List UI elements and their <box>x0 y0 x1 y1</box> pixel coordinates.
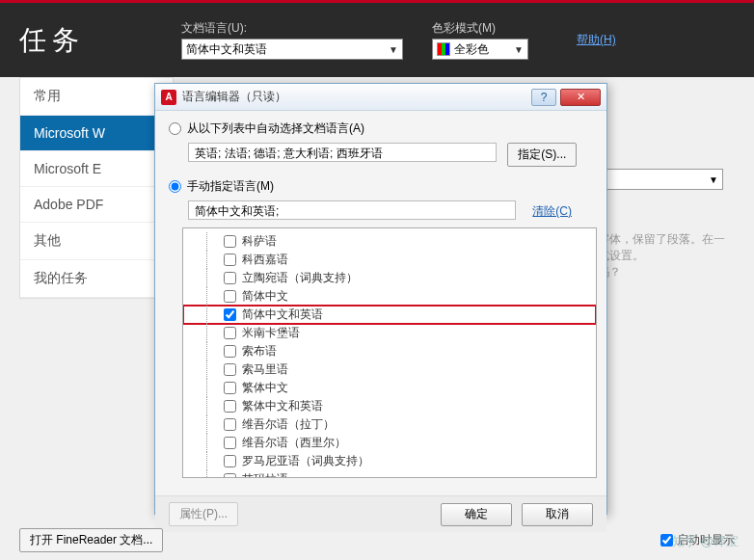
language-item[interactable]: 维吾尔语（西里尔） <box>183 434 596 452</box>
language-checkbox[interactable] <box>224 382 236 394</box>
language-label: 科西嘉语 <box>242 252 288 268</box>
language-item[interactable]: 简体中文和英语 <box>183 306 596 324</box>
radio-manual-row: 手动指定语言(M) <box>169 178 593 195</box>
help-link[interactable]: 帮助(H) <box>577 32 616 48</box>
sidebar-item-common[interactable]: 常用 <box>20 78 173 116</box>
ok-button[interactable]: 确定 <box>441 503 512 526</box>
radio-manual-label: 手动指定语言(M) <box>187 178 274 195</box>
language-item[interactable]: 罗马尼亚语（词典支持） <box>183 452 596 470</box>
radio-manual[interactable] <box>169 180 181 193</box>
language-label: 罗马尼亚语（词典支持） <box>242 453 369 469</box>
language-item[interactable]: 索马里语 <box>183 360 596 379</box>
sidebar: 常用 Microsoft W Microsoft E Adobe PDF 其他 … <box>19 77 174 299</box>
color-swatch-icon <box>437 42 450 56</box>
language-label: 繁体中文和英语 <box>242 398 323 414</box>
specify-button[interactable]: 指定(S)... <box>507 143 577 167</box>
language-item[interactable]: 维吾尔语（拉丁） <box>183 415 596 434</box>
background-hint-text: 字体，保留了段落。在一 式设置。 吗？ <box>598 231 744 280</box>
language-tree[interactable]: 科萨语科西嘉语立陶宛语（词典支持）简体中文简体中文和英语米南卡堡语索布语索马里语… <box>182 227 597 478</box>
app-title: 任务 <box>19 22 85 59</box>
sidebar-item-mytasks[interactable]: 我的任务 <box>20 260 173 298</box>
language-editor-dialog: A 语言编辑器（只读） ? ✕ 从以下列表中自动选择文档语言(A) 英语; 法语… <box>154 83 607 515</box>
language-label: 米南卡堡语 <box>242 325 300 341</box>
language-item[interactable]: 立陶宛语（词典支持） <box>183 269 596 287</box>
doc-lang-combo[interactable]: 简体中文和英语 ▼ <box>181 39 403 60</box>
clear-link[interactable]: 清除(C) <box>532 204 572 218</box>
language-checkbox[interactable] <box>224 253 236 266</box>
language-checkbox[interactable] <box>224 473 236 478</box>
auto-langs-field: 英语; 法语; 德语; 意大利语; 西班牙语 <box>188 143 497 162</box>
language-checkbox[interactable] <box>224 455 236 467</box>
sidebar-item-msexcel[interactable]: Microsoft E <box>20 151 173 187</box>
dialog-close-button[interactable]: ✕ <box>560 89 601 106</box>
doc-lang-label: 文档语言(U): <box>181 20 403 37</box>
language-checkbox[interactable] <box>224 437 236 449</box>
startup-checkbox[interactable] <box>660 534 673 547</box>
background-combo[interactable]: ▼ <box>598 169 723 190</box>
chevron-down-icon: ▼ <box>389 44 398 55</box>
language-item[interactable]: 艾玛拉语 <box>183 470 596 478</box>
language-label: 科萨语 <box>242 233 277 250</box>
language-label: 繁体中文 <box>242 380 288 396</box>
app-icon: A <box>161 90 176 105</box>
language-label: 简体中文 <box>242 288 288 305</box>
sidebar-item-msword[interactable]: Microsoft W <box>20 116 173 151</box>
radio-auto-row: 从以下列表中自动选择文档语言(A) <box>169 120 593 137</box>
dialog-titlebar: A 语言编辑器（只读） ? ✕ <box>155 84 606 111</box>
language-item[interactable]: 繁体中文和英语 <box>183 397 596 415</box>
language-label: 索马里语 <box>242 361 288 378</box>
color-mode-value: 全彩色 <box>454 41 489 58</box>
doc-lang-group: 文档语言(U): 简体中文和英语 ▼ <box>181 20 403 60</box>
color-mode-combo[interactable]: 全彩色 ▼ <box>432 39 528 60</box>
open-doc-button[interactable]: 打开 FineReader 文档... <box>19 528 163 552</box>
language-checkbox[interactable] <box>224 400 236 413</box>
sidebar-item-adobepdf[interactable]: Adobe PDF <box>20 187 173 223</box>
language-item[interactable]: 繁体中文 <box>183 379 596 397</box>
properties-button[interactable]: 属性(P)... <box>169 502 238 526</box>
dialog-body: 从以下列表中自动选择文档语言(A) 英语; 法语; 德语; 意大利语; 西班牙语… <box>155 111 606 495</box>
radio-auto[interactable] <box>169 122 181 135</box>
dialog-title: 语言编辑器（只读） <box>182 89 286 105</box>
header-bar: 任务 文档语言(U): 简体中文和英语 ▼ 色彩模式(M) 全彩色 ▼ 帮助(H… <box>0 0 754 77</box>
language-checkbox[interactable] <box>224 418 236 431</box>
cancel-button[interactable]: 取消 <box>522 503 593 526</box>
language-label: 维吾尔语（西里尔） <box>242 435 346 451</box>
language-checkbox[interactable] <box>224 235 236 248</box>
language-item[interactable]: 索布语 <box>183 342 596 360</box>
color-mode-group: 色彩模式(M) 全彩色 ▼ <box>432 20 528 60</box>
language-item[interactable]: 科萨语 <box>183 232 596 251</box>
language-checkbox[interactable] <box>224 345 236 358</box>
language-checkbox[interactable] <box>224 308 236 321</box>
language-item[interactable]: 科西嘉语 <box>183 251 596 269</box>
language-checkbox[interactable] <box>224 363 236 376</box>
language-label: 简体中文和英语 <box>242 307 323 323</box>
language-label: 艾玛拉语 <box>242 471 288 478</box>
language-label: 立陶宛语（词典支持） <box>242 270 358 286</box>
color-mode-label: 色彩模式(M) <box>432 20 528 37</box>
language-checkbox[interactable] <box>224 272 236 284</box>
chevron-down-icon: ▼ <box>514 44 524 55</box>
doc-lang-value: 简体中文和英语 <box>186 41 267 58</box>
language-checkbox[interactable] <box>224 290 236 303</box>
language-checkbox[interactable] <box>224 327 236 339</box>
sidebar-item-other[interactable]: 其他 <box>20 223 173 260</box>
language-item[interactable]: 米南卡堡语 <box>183 324 596 342</box>
watermark: 知乎 @译宝 <box>672 533 739 550</box>
dialog-help-button[interactable]: ? <box>531 89 556 106</box>
bottom-bar: 打开 FineReader 文档... 启动时显示 <box>0 525 754 554</box>
manual-lang-field[interactable]: 简体中文和英语; <box>188 200 516 220</box>
language-label: 索布语 <box>242 343 277 360</box>
language-label: 维吾尔语（拉丁） <box>242 416 335 433</box>
radio-auto-label: 从以下列表中自动选择文档语言(A) <box>187 120 364 137</box>
language-item[interactable]: 简体中文 <box>183 287 596 306</box>
